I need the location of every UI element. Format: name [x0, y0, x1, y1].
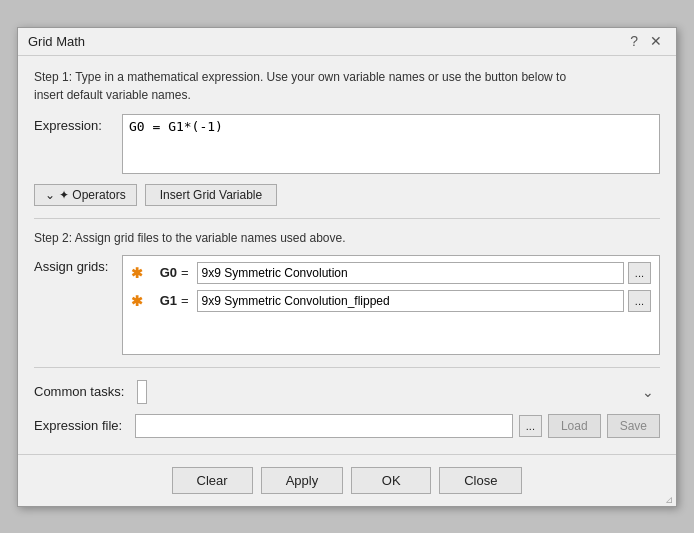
expr-file-label: Expression file: — [34, 418, 129, 433]
eq-g0: = — [181, 265, 189, 280]
step2-info: Step 2: Assign grid files to the variabl… — [34, 231, 660, 245]
divider2 — [34, 367, 660, 368]
apply-button[interactable]: Apply — [261, 467, 344, 494]
operators-button[interactable]: ⌄ ✦ Operators — [34, 184, 137, 206]
ok-button[interactable]: OK — [351, 467, 431, 494]
assign-label: Assign grids: — [34, 255, 114, 274]
expr-file-input[interactable] — [135, 414, 513, 438]
divider-bottom — [18, 454, 676, 455]
expression-input[interactable]: G0 = G1*(-1) — [122, 114, 660, 174]
grid-math-dialog: Grid Math ? ✕ Step 1: Type in a mathemat… — [17, 27, 677, 507]
assign-grid-box: ✱ G0 = ... ✱ G1 = ... — [122, 255, 660, 355]
grid-file-input-g1[interactable] — [197, 290, 624, 312]
browse-button-g1[interactable]: ... — [628, 290, 651, 312]
title-bar: Grid Math ? ✕ — [18, 28, 676, 56]
browse-button-g0[interactable]: ... — [628, 262, 651, 284]
expression-file-row: Expression file: ... Load Save — [34, 414, 660, 438]
expression-label: Expression: — [34, 114, 114, 133]
insert-grid-button[interactable]: Insert Grid Variable — [145, 184, 278, 206]
clear-button[interactable]: Clear — [172, 467, 253, 494]
common-tasks-select[interactable] — [137, 380, 147, 404]
close-x-button[interactable]: ✕ — [646, 34, 666, 48]
grid-file-input-g0[interactable] — [197, 262, 624, 284]
asterisk-g0: ✱ — [131, 265, 143, 281]
footer-buttons: Clear Apply OK Close — [18, 459, 676, 506]
close-button[interactable]: Close — [439, 467, 522, 494]
common-tasks-label: Common tasks: — [34, 384, 129, 399]
grid-var-g1: G1 — [147, 293, 177, 308]
operators-label: ✦ Operators — [59, 188, 126, 202]
expr-file-browse-button[interactable]: ... — [519, 415, 542, 437]
help-button[interactable]: ? — [626, 34, 642, 48]
operators-row: ⌄ ✦ Operators Insert Grid Variable — [34, 184, 660, 206]
eq-g1: = — [181, 293, 189, 308]
resize-handle[interactable]: ⊿ — [665, 494, 673, 505]
save-button[interactable]: Save — [607, 414, 660, 438]
dialog-body: Step 1: Type in a mathematical expressio… — [18, 56, 676, 450]
title-bar-actions: ? ✕ — [626, 34, 666, 48]
divider1 — [34, 218, 660, 219]
step1-info: Step 1: Type in a mathematical expressio… — [34, 68, 660, 104]
assign-grids-row: Assign grids: ✱ G0 = ... ✱ G1 = — [34, 255, 660, 355]
grid-item-g0: ✱ G0 = ... — [131, 262, 651, 284]
common-tasks-row: Common tasks: — [34, 380, 660, 404]
operators-dropdown-icon: ⌄ — [45, 188, 55, 202]
grid-item-g1: ✱ G1 = ... — [131, 290, 651, 312]
load-button[interactable]: Load — [548, 414, 601, 438]
grid-var-g0: G0 — [147, 265, 177, 280]
asterisk-g1: ✱ — [131, 293, 143, 309]
common-tasks-select-wrapper — [137, 380, 660, 404]
expression-row: Expression: G0 = G1*(-1) — [34, 114, 660, 174]
dialog-title: Grid Math — [28, 34, 85, 49]
